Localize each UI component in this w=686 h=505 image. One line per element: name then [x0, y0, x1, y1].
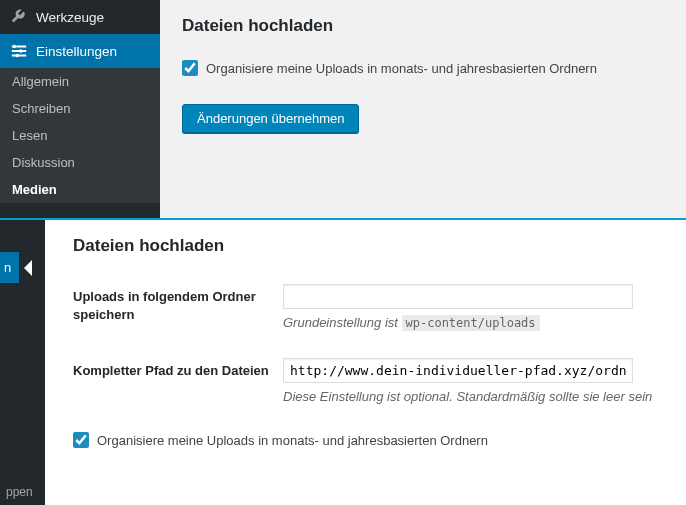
- settings-submenu: Allgemein Schreiben Lesen Diskussion Med…: [0, 68, 160, 203]
- organize-uploads-row: Organisiere meine Uploads in monats- und…: [182, 60, 664, 76]
- sliders-icon: [10, 42, 28, 60]
- upload-folder-hint: Grundeinstellung ist wp-content/uploads: [283, 315, 658, 330]
- section-heading-upload-2: Dateien hochladen: [73, 236, 658, 256]
- sidebar-item-tools[interactable]: Werkzeuge: [0, 0, 160, 34]
- svg-point-2: [15, 54, 19, 58]
- hint-prefix: Grundeinstellung ist: [283, 315, 402, 330]
- hint-code: wp-content/uploads: [402, 315, 540, 331]
- mini-sidebar-text: ppen: [6, 485, 33, 499]
- organize-uploads-label-2: Organisiere meine Uploads in monats- und…: [97, 433, 488, 448]
- admin-sidebar-bottom: n ppen: [0, 220, 45, 505]
- organize-uploads-label: Organisiere meine Uploads in monats- und…: [206, 61, 597, 76]
- top-settings-panel: Dateien hochladen Organisiere meine Uplo…: [160, 0, 686, 141]
- sub-item-media[interactable]: Medien: [0, 176, 160, 203]
- sidebar-item-label: Einstellungen: [36, 44, 117, 59]
- section-heading-upload: Dateien hochladen: [182, 16, 664, 36]
- svg-point-0: [13, 45, 17, 49]
- bottom-settings-panel: Dateien hochladen Uploads in folgendem O…: [45, 220, 686, 505]
- full-path-hint: Diese Einstellung ist optional. Standard…: [283, 389, 658, 404]
- save-changes-button[interactable]: Änderungen übernehmen: [182, 104, 359, 133]
- full-path-label: Kompletter Pfad zu den Dateien: [73, 358, 283, 380]
- organize-uploads-checkbox-2[interactable]: [73, 432, 89, 448]
- full-path-row: Kompletter Pfad zu den Dateien Diese Ein…: [73, 358, 658, 404]
- wrench-icon: [10, 8, 28, 26]
- sub-item-reading[interactable]: Lesen: [0, 122, 160, 149]
- svg-point-1: [19, 49, 23, 53]
- organize-uploads-row-2: Organisiere meine Uploads in monats- und…: [73, 432, 658, 448]
- upload-folder-input[interactable]: [283, 284, 633, 309]
- upload-folder-row: Uploads in folgendem Ordner speichern Gr…: [73, 284, 658, 330]
- sidebar-item-label: Werkzeuge: [36, 10, 104, 25]
- organize-uploads-checkbox[interactable]: [182, 60, 198, 76]
- sub-item-discussion[interactable]: Diskussion: [0, 149, 160, 176]
- admin-sidebar-top: Werkzeuge Einstellungen Allgemein Schrei…: [0, 0, 160, 220]
- sub-item-writing[interactable]: Schreiben: [0, 95, 160, 122]
- sub-item-general[interactable]: Allgemein: [0, 68, 160, 95]
- mini-sidebar-tab[interactable]: n: [0, 252, 19, 283]
- upload-folder-label: Uploads in folgendem Ordner speichern: [73, 284, 283, 324]
- full-path-input[interactable]: [283, 358, 633, 383]
- sidebar-item-settings[interactable]: Einstellungen: [0, 34, 160, 68]
